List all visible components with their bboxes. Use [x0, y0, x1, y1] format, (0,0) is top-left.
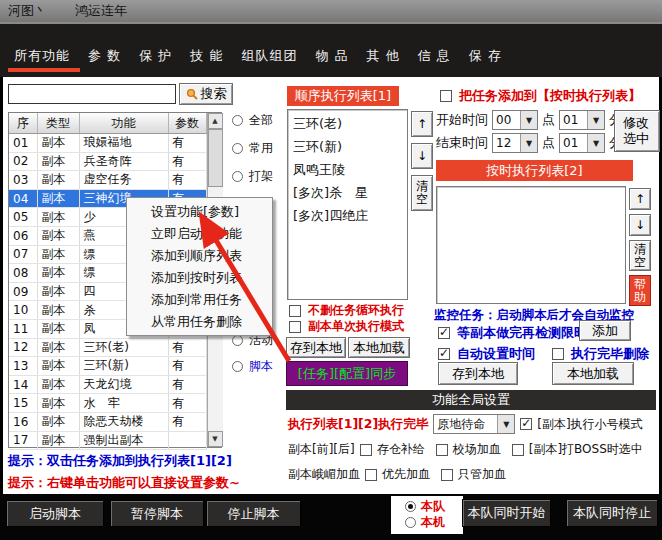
start-hour-select[interactable]: 00▼: [492, 110, 538, 130]
table-row[interactable]: 03副本虚空任务有: [9, 171, 206, 190]
help-button[interactable]: 帮助: [629, 275, 651, 306]
timed-save-local-button[interactable]: 存到本地: [438, 362, 518, 385]
menu-item-skills[interactable]: 技 能: [184, 47, 229, 77]
col-header-seq[interactable]: 序: [9, 113, 37, 134]
radio-icon[interactable]: [232, 143, 243, 154]
timed-move-up-button[interactable]: ↑: [629, 188, 651, 210]
list-item[interactable]: 三环(新): [293, 135, 402, 158]
start-script-button[interactable]: 启动脚本: [6, 500, 104, 527]
auto-time-checkbox-row[interactable]: 自动设置时间 执行完毕删除: [438, 345, 649, 363]
chevron-down-icon[interactable]: ▼: [520, 111, 537, 129]
checkbox-icon[interactable]: [512, 444, 524, 456]
col-header-param[interactable]: 参数: [168, 113, 206, 134]
checkbox-icon[interactable]: [441, 469, 453, 481]
loop-execute-checkbox-row[interactable]: 不删任务循环执行: [289, 302, 404, 319]
cell-param: 有: [168, 152, 206, 171]
end-minute-select[interactable]: 01▼: [559, 133, 605, 153]
radio-selected-icon[interactable]: [405, 501, 416, 512]
single-run-checkbox-row[interactable]: 副本单次执行模式: [289, 318, 404, 335]
radio-icon[interactable]: [232, 335, 243, 346]
pause-script-button[interactable]: 暂停脚本: [110, 500, 204, 527]
scrollbar-thumb[interactable]: [208, 129, 223, 187]
table-row[interactable]: 17副本强制出副本: [9, 431, 206, 450]
wait-dungeon-checkbox-row[interactable]: 等副本做完再检测限时: [438, 324, 587, 342]
add-to-timed-checkbox-row[interactable]: 把任务添加到【按时执行列表】: [440, 87, 641, 105]
filter-script[interactable]: 脚本: [232, 353, 273, 379]
checkbox-icon[interactable]: [552, 348, 564, 360]
finish-action-select[interactable]: 原地待命▼: [433, 414, 515, 434]
list-item[interactable]: [多次]杀 星: [293, 181, 402, 204]
radio-icon[interactable]: [232, 361, 243, 372]
checkbox-checked-icon[interactable]: [520, 418, 532, 430]
menu-item-other[interactable]: 其 他: [361, 47, 406, 77]
chevron-down-icon[interactable]: ▼: [587, 111, 604, 129]
checkbox-icon[interactable]: [289, 305, 301, 317]
chevron-down-icon[interactable]: ▼: [520, 134, 537, 152]
filter-fight[interactable]: 打架: [232, 162, 273, 190]
filter-all[interactable]: 全部: [232, 106, 273, 134]
checkbox-icon[interactable]: [436, 444, 448, 456]
scroll-up-icon[interactable]: ▲: [208, 113, 223, 129]
checkbox-icon[interactable]: [289, 321, 301, 333]
chevron-down-icon[interactable]: ▼: [497, 415, 514, 433]
menu-item-all-functions[interactable]: 所有功能: [8, 47, 76, 77]
col-header-function[interactable]: 功能: [79, 113, 168, 134]
list-item[interactable]: [多次]四绝庄: [293, 204, 402, 227]
seq-load-local-button[interactable]: 本地加载: [348, 337, 410, 358]
timed-clear-button[interactable]: 清空: [629, 240, 651, 271]
col-header-type[interactable]: 类型: [37, 113, 79, 134]
radio-icon[interactable]: [405, 517, 416, 528]
checkbox-checked-icon[interactable]: [438, 348, 450, 360]
timed-load-local-button[interactable]: 本地加载: [552, 362, 634, 385]
table-row[interactable]: 15副本水 牢有: [9, 394, 206, 413]
scope-team-radio-row[interactable]: 本队: [405, 498, 445, 515]
menu-item-save[interactable]: 保 存: [463, 47, 508, 77]
table-row[interactable]: 02副本兵圣奇阵有: [9, 152, 206, 171]
menu-item-items[interactable]: 物 品: [309, 47, 354, 77]
task-config-sync-button[interactable]: [任务][配置]同步: [286, 361, 408, 386]
radio-icon[interactable]: [232, 171, 243, 182]
menu-item-info[interactable]: 信 息: [412, 47, 457, 77]
checkbox-icon[interactable]: [440, 90, 452, 102]
seq-move-down-button[interactable]: ↓: [411, 143, 433, 169]
table-row[interactable]: 16副本除恶天劫楼有: [9, 412, 206, 431]
checkbox-icon[interactable]: [365, 469, 377, 481]
scope-local-radio-row[interactable]: 本机: [405, 514, 445, 531]
menu-add-sequence[interactable]: 添加到顺序列表: [127, 245, 272, 267]
list-item[interactable]: 凤鸣王陵: [293, 158, 402, 181]
menu-start-now[interactable]: 立即启动此功能: [127, 223, 272, 245]
menu-item-team[interactable]: 组队组团: [235, 47, 303, 77]
table-row[interactable]: 01副本琅嬛福地有: [9, 134, 206, 153]
list-item[interactable]: 三环(老): [293, 112, 402, 135]
checkbox-checked-icon[interactable]: [438, 327, 450, 339]
radio-icon[interactable]: [232, 115, 243, 126]
timed-list[interactable]: [436, 186, 626, 304]
seq-clear-button[interactable]: 清空: [411, 175, 433, 211]
menu-set-params[interactable]: 设置功能[参数]: [127, 201, 272, 223]
stop-script-button[interactable]: 停止脚本: [206, 500, 301, 527]
table-row[interactable]: 12副本三环(老)有: [9, 338, 206, 357]
add-button[interactable]: 添加: [579, 320, 631, 341]
chevron-down-icon[interactable]: ▼: [587, 134, 604, 152]
sequence-list[interactable]: 三环(老) 三环(新) 凤鸣王陵 [多次]杀 星 [多次]四绝庄: [287, 109, 408, 300]
search-button[interactable]: 搜索: [179, 83, 233, 105]
filter-common[interactable]: 常用: [232, 134, 273, 162]
timed-move-down-button[interactable]: ↓: [629, 214, 651, 236]
menu-add-common[interactable]: 添加到常用任务: [127, 289, 272, 311]
menu-remove-common[interactable]: 从常用任务删除: [127, 311, 272, 333]
seq-save-local-button[interactable]: 存到本地: [286, 337, 346, 358]
menu-add-timed[interactable]: 添加到按时列表: [127, 267, 272, 289]
checkbox-icon[interactable]: [360, 444, 372, 456]
menu-item-protect[interactable]: 保 护: [133, 47, 178, 77]
search-input[interactable]: [8, 84, 176, 104]
team-stop-button[interactable]: 本队同时停止: [566, 499, 658, 527]
scroll-down-icon[interactable]: ▼: [208, 431, 223, 447]
end-hour-select[interactable]: 12▼: [492, 133, 538, 153]
team-start-button[interactable]: 本队同时开始: [462, 499, 551, 527]
seq-move-up-button[interactable]: ↑: [411, 111, 433, 137]
menu-item-params[interactable]: 参 数: [82, 47, 127, 77]
table-row[interactable]: 14副本天龙幻境有: [9, 375, 206, 394]
modify-selected-button[interactable]: 修改选中: [614, 110, 660, 152]
start-minute-select[interactable]: 01▼: [559, 110, 605, 130]
table-row[interactable]: 13副本三环(新)有: [9, 357, 206, 376]
